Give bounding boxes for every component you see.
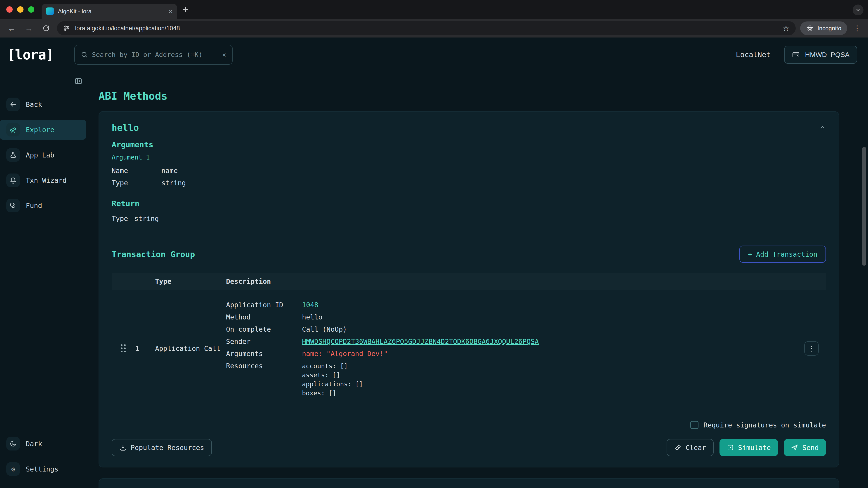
header-right: LocalNet HMWD_PQSA (736, 46, 857, 64)
send-button[interactable]: Send (784, 439, 826, 456)
drag-handle-icon[interactable] (121, 344, 126, 352)
field-on-complete: On complete Call (NoOp) (226, 323, 797, 335)
eraser-icon (674, 444, 682, 451)
require-signatures-label: Require signatures on simulate (704, 421, 826, 429)
url-bar[interactable]: lora.algokit.io/localnet/application/104… (57, 21, 796, 35)
page-scrollbar-thumb[interactable] (862, 147, 866, 266)
gear-icon: ⚙ (6, 462, 20, 476)
state-card: State Global Box (98, 478, 839, 488)
sidebar-nav: Back Explore App Lab (0, 94, 89, 216)
sidebar-item-settings[interactable]: ⚙ Settings (0, 459, 86, 479)
simulate-button[interactable]: Simulate (719, 439, 778, 456)
clear-button[interactable]: Clear (666, 439, 714, 456)
column-header-description: Description (226, 278, 797, 285)
wallet-icon (792, 51, 800, 59)
transaction-type: Application Call (155, 345, 226, 352)
search-box[interactable]: × (74, 45, 232, 65)
require-signatures-checkbox[interactable] (690, 421, 699, 429)
method-name: hello (112, 123, 139, 133)
sidebar-item-label: Back (26, 101, 42, 108)
simulate-icon (727, 444, 734, 451)
sidebar-item-app-lab[interactable]: App Lab (0, 145, 86, 165)
sidebar-item-label: Txn Wizard (26, 176, 67, 184)
url-text[interactable]: lora.algokit.io/localnet/application/104… (75, 25, 778, 32)
field-application-id: Application ID 1048 (226, 299, 797, 311)
incognito-badge: Incognito (800, 22, 847, 35)
argument-name-value: name (161, 165, 178, 177)
sidebar-footer: Dark ⚙ Settings (0, 434, 89, 479)
field-method: Method hello (226, 311, 797, 323)
application-id-link[interactable]: 1048 (302, 299, 318, 311)
table-row[interactable]: 1 Application Call Application ID 1048 M… (112, 290, 826, 408)
abi-method-card: hello Arguments Argument 1 Name name Typ… (98, 111, 839, 467)
action-buttons: Populate Resources Clear Simulate (112, 439, 826, 456)
browser-menu-button[interactable]: ⋮ (852, 24, 863, 33)
window-close-button[interactable] (6, 6, 13, 13)
download-icon (119, 444, 127, 451)
bookmark-star-icon[interactable]: ☆ (782, 24, 789, 33)
sidebar: Back Explore App Lab (0, 72, 89, 488)
window-minimize-button[interactable] (17, 6, 24, 13)
search-icon (81, 51, 88, 58)
flask-icon (6, 148, 20, 162)
window-zoom-button[interactable] (28, 6, 34, 13)
return-type-row: Type string (112, 213, 826, 225)
forward-button[interactable]: → (23, 22, 35, 35)
browser-tab[interactable]: AlgoKit - lora × (41, 4, 177, 19)
return-title: Return (112, 199, 826, 208)
sidebar-item-back[interactable]: Back (0, 94, 86, 114)
column-header-type: Type (155, 278, 226, 285)
sidebar-item-fund[interactable]: Fund (0, 196, 86, 216)
sender-address-link[interactable]: HMWDSHQCOPD2T36WBAHLAZ6PO5GDJJZBN4D2TODK… (302, 335, 539, 348)
sidebar-collapse-button[interactable] (74, 77, 82, 85)
sidebar-item-explore[interactable]: Explore (0, 120, 86, 140)
sidebar-item-txn-wizard[interactable]: Txn Wizard (0, 170, 86, 190)
tab-title: AlgoKit - lora (58, 8, 164, 15)
argument-type-label: Type (112, 177, 161, 189)
plus-icon: + (748, 250, 752, 258)
back-button[interactable]: ← (5, 22, 18, 35)
wallet-label: HMWD_PQSA (805, 51, 849, 59)
argument-type-value: string (161, 177, 186, 189)
argument-name-label: Name (112, 165, 161, 177)
field-arguments: Arguments name: "Algorand Dev!" (226, 348, 797, 360)
app-header: [lora] × LocalNet HMWD_PQSA (0, 37, 868, 72)
method-header[interactable]: hello (112, 123, 826, 133)
telescope-icon (6, 123, 20, 136)
chevron-up-icon[interactable] (819, 124, 826, 131)
transaction-description: Application ID 1048 Method hello On comp… (226, 299, 797, 398)
field-resources: Resources accounts: [] assets: [] applic… (226, 360, 797, 398)
transaction-group-header: Transaction Group + Add Transaction (112, 246, 826, 263)
argument-name-row: Name name (112, 165, 826, 177)
sidebar-item-theme-dark[interactable]: Dark (0, 434, 86, 454)
field-sender: Sender HMWDSHQCOPD2T36WBAHLAZ6PO5GDJJZBN… (226, 335, 797, 348)
add-transaction-label: Add Transaction (756, 250, 817, 258)
sidebar-item-label: Dark (26, 440, 42, 448)
new-tab-button[interactable]: + (183, 5, 188, 14)
right-action-buttons: Clear Simulate Send (666, 439, 826, 456)
row-menu-button[interactable]: ⋮ (804, 341, 819, 356)
tab-favicon-icon (46, 7, 54, 15)
moon-icon (6, 437, 20, 451)
collapse-panel-icon (74, 77, 82, 85)
reload-button[interactable] (40, 22, 53, 35)
browser-toolbar: ← → lora.algokit.io/localnet/application… (0, 19, 868, 37)
search-input[interactable] (92, 51, 218, 59)
lora-logo[interactable]: [lora] (7, 47, 54, 63)
send-icon (791, 444, 798, 451)
arguments-title: Arguments (112, 140, 826, 149)
add-transaction-button[interactable]: + Add Transaction (739, 246, 826, 263)
populate-resources-button[interactable]: Populate Resources (112, 439, 212, 456)
incognito-label: Incognito (817, 25, 841, 32)
sidebar-item-label: Settings (26, 465, 59, 473)
network-label[interactable]: LocalNet (736, 51, 771, 59)
tab-strip: AlgoKit - lora × + (0, 0, 868, 19)
wallet-button[interactable]: HMWD_PQSA (784, 46, 857, 64)
tab-search-button[interactable] (852, 4, 864, 15)
main-content: ABI Methods hello Arguments Argument 1 N… (89, 72, 868, 488)
tab-close-icon[interactable]: × (168, 8, 173, 15)
coins-icon (6, 199, 20, 213)
return-type-value: string (134, 213, 159, 225)
search-clear-icon[interactable]: × (222, 51, 226, 59)
resources-values: accounts: [] assets: [] applications: []… (302, 360, 363, 398)
